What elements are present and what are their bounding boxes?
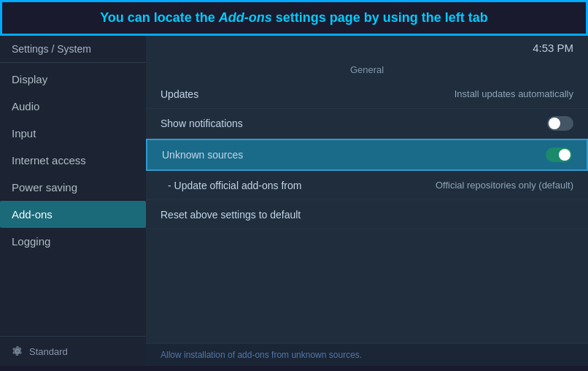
settings-row-reset[interactable]: Reset above settings to default: [146, 200, 588, 229]
unknown-sources-label: Unknown sources: [162, 149, 243, 161]
time-display: 4:53 PM: [533, 42, 573, 54]
toggle-knob: [549, 118, 560, 129]
settings-row-update-addons[interactable]: - Update official add-ons from Official …: [146, 171, 588, 200]
status-footer: Allow installation of add-ons from unkno…: [146, 343, 588, 366]
section-label: General: [146, 60, 588, 80]
update-addons-value: Official repositories only (default): [436, 180, 573, 191]
sidebar-item-logging[interactable]: Logging: [0, 228, 146, 255]
settings-row-updates[interactable]: Updates Install updates automatically: [146, 80, 588, 109]
sidebar-item-add-ons[interactable]: Add-ons: [0, 201, 146, 228]
settings-row-show-notifications[interactable]: Show notifications: [146, 109, 588, 139]
unknown-sources-toggle[interactable]: [546, 148, 572, 162]
sidebar-item-internet-access[interactable]: Internet access: [0, 147, 146, 174]
sidebar-item-display[interactable]: Display: [0, 66, 146, 93]
settings-row-unknown-sources[interactable]: Unknown sources: [146, 139, 588, 171]
show-notifications-label: Show notifications: [160, 118, 243, 129]
sidebar-bottom: Standard: [0, 336, 146, 366]
update-addons-label: - Update official add-ons from: [168, 180, 301, 191]
instruction-banner: You can locate the Add-ons settings page…: [0, 0, 588, 36]
toggle-knob-on: [559, 149, 570, 161]
footer-text: Allow installation of add-ons from unkno…: [160, 350, 362, 360]
content-header: 4:53 PM: [146, 36, 588, 60]
standard-label: Standard: [29, 346, 68, 357]
updates-label: Updates: [160, 88, 198, 100]
updates-value: Install updates automatically: [454, 88, 573, 99]
gear-icon: [12, 345, 23, 357]
reset-label: Reset above settings to default: [160, 209, 301, 221]
sidebar-item-audio[interactable]: Audio: [0, 93, 146, 120]
content-area: 4:53 PM General Updates Install updates …: [146, 36, 588, 366]
sidebar-item-power-saving[interactable]: Power saving: [0, 174, 146, 201]
sidebar: Settings / System Display Audio Input In…: [0, 36, 146, 366]
settings-list: Updates Install updates automatically Sh…: [146, 80, 588, 343]
sidebar-item-input[interactable]: Input: [0, 120, 146, 147]
breadcrumb: Settings / System: [0, 36, 146, 63]
banner-text: You can locate the Add-ons settings page…: [100, 10, 488, 25]
show-notifications-toggle[interactable]: [547, 116, 573, 131]
